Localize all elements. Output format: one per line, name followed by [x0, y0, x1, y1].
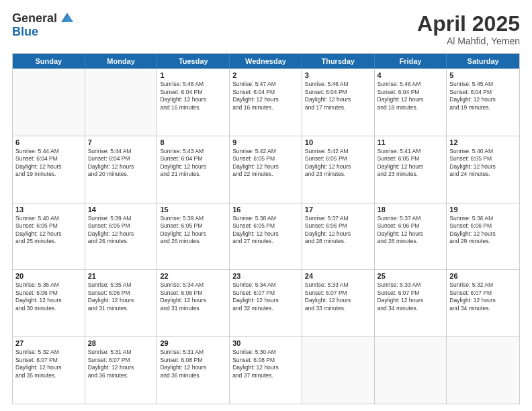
header-wednesday: Wednesday: [230, 54, 302, 68]
day-number: 8: [160, 138, 226, 146]
day-number: 9: [232, 138, 299, 146]
day-info: Sunrise: 5:47 AM Sunset: 6:04 PM Dayligh…: [232, 81, 299, 111]
calendar-cell: 21Sunrise: 5:35 AM Sunset: 6:06 PM Dayli…: [85, 270, 158, 336]
day-info: Sunrise: 5:34 AM Sunset: 6:06 PM Dayligh…: [160, 281, 226, 312]
logo: General Blue: [12, 12, 75, 39]
day-info: Sunrise: 5:46 AM Sunset: 6:04 PM Dayligh…: [305, 81, 371, 111]
day-info: Sunrise: 5:33 AM Sunset: 6:07 PM Dayligh…: [305, 281, 371, 312]
day-info: Sunrise: 5:32 AM Sunset: 6:07 PM Dayligh…: [15, 349, 82, 379]
day-info: Sunrise: 5:44 AM Sunset: 6:04 PM Dayligh…: [88, 148, 154, 179]
day-number: 2: [232, 71, 299, 79]
day-info: Sunrise: 5:42 AM Sunset: 6:05 PM Dayligh…: [232, 148, 299, 179]
day-info: Sunrise: 5:37 AM Sunset: 6:06 PM Dayligh…: [305, 215, 371, 246]
calendar-cell: 29Sunrise: 5:31 AM Sunset: 6:08 PM Dayli…: [157, 337, 230, 404]
calendar-cell: 11Sunrise: 5:41 AM Sunset: 6:05 PM Dayli…: [375, 136, 447, 203]
day-number: 14: [88, 205, 154, 214]
day-number: 6: [15, 138, 82, 146]
calendar-cell: 18Sunrise: 5:37 AM Sunset: 6:06 PM Dayli…: [375, 203, 447, 270]
day-number: 28: [88, 339, 154, 347]
day-number: 10: [305, 138, 371, 146]
calendar-cell: 9Sunrise: 5:42 AM Sunset: 6:05 PM Daylig…: [230, 136, 302, 203]
logo-blue: Blue: [12, 26, 75, 39]
calendar-cell: 15Sunrise: 5:39 AM Sunset: 6:05 PM Dayli…: [157, 203, 230, 270]
calendar-cell: 17Sunrise: 5:37 AM Sunset: 6:06 PM Dayli…: [302, 203, 375, 270]
header-friday: Friday: [375, 54, 447, 68]
calendar-cell: [13, 69, 85, 136]
day-number: 22: [160, 272, 226, 280]
calendar-cell: 14Sunrise: 5:39 AM Sunset: 6:05 PM Dayli…: [85, 203, 158, 270]
day-number: 23: [232, 272, 299, 280]
day-number: 26: [449, 272, 517, 280]
calendar-body: 1Sunrise: 5:48 AM Sunset: 6:04 PM Daylig…: [13, 68, 519, 404]
calendar-cell: 12Sunrise: 5:40 AM Sunset: 6:05 PM Dayli…: [447, 136, 519, 203]
day-info: Sunrise: 5:39 AM Sunset: 6:05 PM Dayligh…: [88, 215, 154, 246]
day-number: 19: [449, 205, 517, 214]
logo-general: General: [12, 12, 57, 26]
calendar-cell: 19Sunrise: 5:36 AM Sunset: 6:06 PM Dayli…: [447, 203, 519, 270]
calendar-week-4: 20Sunrise: 5:36 AM Sunset: 6:06 PM Dayli…: [13, 269, 519, 336]
calendar-cell: 8Sunrise: 5:43 AM Sunset: 6:04 PM Daylig…: [157, 136, 230, 203]
calendar-cell: 5Sunrise: 5:45 AM Sunset: 6:04 PM Daylig…: [447, 69, 519, 136]
day-number: 1: [160, 71, 226, 79]
day-number: 4: [378, 71, 444, 79]
calendar-cell: 23Sunrise: 5:34 AM Sunset: 6:07 PM Dayli…: [230, 270, 302, 336]
calendar-cell: 13Sunrise: 5:40 AM Sunset: 6:05 PM Dayli…: [13, 203, 85, 270]
day-info: Sunrise: 5:35 AM Sunset: 6:06 PM Dayligh…: [88, 281, 154, 312]
day-number: 11: [378, 138, 444, 146]
calendar-cell: 4Sunrise: 5:46 AM Sunset: 6:04 PM Daylig…: [375, 69, 447, 136]
day-number: 20: [15, 272, 82, 280]
day-info: Sunrise: 5:48 AM Sunset: 6:04 PM Dayligh…: [160, 81, 226, 111]
day-info: Sunrise: 5:32 AM Sunset: 6:07 PM Dayligh…: [449, 281, 517, 312]
calendar-cell: [85, 69, 158, 136]
day-info: Sunrise: 5:36 AM Sunset: 6:06 PM Dayligh…: [449, 215, 517, 246]
day-number: 25: [378, 272, 444, 280]
calendar-cell: [375, 337, 447, 404]
location: Al Mahfid, Yemen: [417, 36, 520, 46]
day-number: 27: [15, 339, 82, 347]
day-info: Sunrise: 5:42 AM Sunset: 6:05 PM Dayligh…: [305, 148, 371, 179]
calendar-week-2: 6Sunrise: 5:44 AM Sunset: 6:04 PM Daylig…: [13, 136, 519, 203]
day-info: Sunrise: 5:37 AM Sunset: 6:06 PM Dayligh…: [378, 215, 444, 246]
calendar-cell: [447, 337, 519, 404]
calendar-cell: 30Sunrise: 5:30 AM Sunset: 6:08 PM Dayli…: [230, 337, 302, 404]
calendar-cell: 1Sunrise: 5:48 AM Sunset: 6:04 PM Daylig…: [157, 69, 230, 136]
day-number: 15: [160, 205, 226, 214]
calendar-week-5: 27Sunrise: 5:32 AM Sunset: 6:07 PM Dayli…: [13, 336, 519, 404]
header-tuesday: Tuesday: [157, 54, 230, 68]
day-info: Sunrise: 5:45 AM Sunset: 6:04 PM Dayligh…: [449, 81, 517, 111]
day-number: 30: [232, 339, 299, 347]
calendar-cell: 22Sunrise: 5:34 AM Sunset: 6:06 PM Dayli…: [157, 270, 230, 336]
day-info: Sunrise: 5:36 AM Sunset: 6:06 PM Dayligh…: [15, 281, 82, 312]
day-number: 12: [449, 138, 517, 146]
calendar-cell: 7Sunrise: 5:44 AM Sunset: 6:04 PM Daylig…: [85, 136, 158, 203]
month-year: April 2025: [417, 12, 520, 36]
calendar-cell: 28Sunrise: 5:31 AM Sunset: 6:07 PM Dayli…: [85, 337, 158, 404]
day-info: Sunrise: 5:40 AM Sunset: 6:05 PM Dayligh…: [449, 148, 517, 179]
calendar-cell: 6Sunrise: 5:44 AM Sunset: 6:04 PM Daylig…: [13, 136, 85, 203]
header-saturday: Saturday: [447, 54, 519, 68]
calendar-cell: 3Sunrise: 5:46 AM Sunset: 6:04 PM Daylig…: [302, 69, 375, 136]
day-number: 17: [305, 205, 371, 214]
calendar-cell: 24Sunrise: 5:33 AM Sunset: 6:07 PM Dayli…: [302, 270, 375, 336]
logo-icon: [60, 10, 75, 25]
calendar-header: Sunday Monday Tuesday Wednesday Thursday…: [13, 54, 519, 68]
day-number: 29: [160, 339, 226, 347]
calendar-cell: [302, 337, 375, 404]
day-info: Sunrise: 5:33 AM Sunset: 6:07 PM Dayligh…: [378, 281, 444, 312]
header-sunday: Sunday: [13, 54, 85, 68]
day-info: Sunrise: 5:46 AM Sunset: 6:04 PM Dayligh…: [378, 81, 444, 111]
calendar-cell: 10Sunrise: 5:42 AM Sunset: 6:05 PM Dayli…: [302, 136, 375, 203]
header-monday: Monday: [85, 54, 158, 68]
day-number: 5: [449, 71, 517, 79]
header-thursday: Thursday: [302, 54, 375, 68]
day-info: Sunrise: 5:34 AM Sunset: 6:07 PM Dayligh…: [232, 281, 299, 312]
day-info: Sunrise: 5:30 AM Sunset: 6:08 PM Dayligh…: [232, 349, 299, 379]
day-info: Sunrise: 5:38 AM Sunset: 6:05 PM Dayligh…: [232, 215, 299, 246]
day-info: Sunrise: 5:31 AM Sunset: 6:07 PM Dayligh…: [88, 349, 154, 379]
day-number: 24: [305, 272, 371, 280]
calendar-cell: 25Sunrise: 5:33 AM Sunset: 6:07 PM Dayli…: [375, 270, 447, 336]
page: General Blue April 2025 Al Mahfid, Yemen…: [0, 0, 532, 411]
day-info: Sunrise: 5:44 AM Sunset: 6:04 PM Dayligh…: [15, 148, 82, 179]
calendar-cell: 20Sunrise: 5:36 AM Sunset: 6:06 PM Dayli…: [13, 270, 85, 336]
day-info: Sunrise: 5:43 AM Sunset: 6:04 PM Dayligh…: [160, 148, 226, 179]
